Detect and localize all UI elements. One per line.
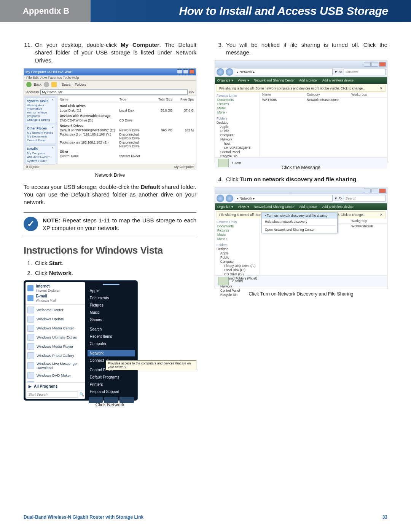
cmd-item[interactable]: Views ▾ <box>238 78 249 82</box>
menu-help[interactable]: Help about network discovery <box>262 219 337 225</box>
cmd-item[interactable]: Organize ▾ <box>217 205 233 209</box>
note-box: ✓ NOTE: Repeat steps 1-11 to map the USB… <box>24 212 196 236</box>
close-icon[interactable]: ✕ <box>380 86 383 90</box>
tree-node[interactable]: Control Panel <box>220 150 258 154</box>
start-item[interactable]: Windows Photo Gallery <box>27 351 83 360</box>
start-item[interactable]: Windows Ultimate Extras <box>27 333 83 342</box>
fav-link[interactable]: Pictures <box>217 102 258 106</box>
xp-toolbar[interactable]: Back Search Folders <box>24 81 196 89</box>
start-right-printers[interactable]: Printers <box>88 381 135 388</box>
cmd-item[interactable]: Add a printer <box>299 78 318 82</box>
drive-row[interactable]: Default on 'WRT600N(WRT600N)' (E:)Networ… <box>60 128 194 132</box>
start-right-search[interactable]: Search <box>88 326 135 332</box>
tree-node[interactable]: Local Disk (C:) <box>224 268 258 272</box>
fav-link[interactable]: Music <box>217 106 258 110</box>
close-icon[interactable]: ✕ <box>380 213 383 217</box>
go-button[interactable]: Go <box>189 90 194 94</box>
pinned-email[interactable]: E-mailWindows Mail <box>27 293 83 303</box>
breadcrumb[interactable]: ▸ Network ▸ <box>235 195 333 202</box>
tree-node[interactable]: Desktop <box>217 121 258 125</box>
figure-network-drive: My Computer ASHAOKA-WXP File Edit View F… <box>24 68 196 170</box>
start-right-network[interactable]: Network <box>88 350 135 356</box>
start-item[interactable]: Windows Media Center <box>27 324 83 333</box>
start-right-games[interactable]: Games <box>88 316 135 323</box>
power-buttons[interactable] <box>88 396 135 404</box>
fav-link[interactable]: Music <box>217 233 258 236</box>
vista-navbar[interactable]: ▸ Network ▸ ▼↻ wrt600n <box>215 68 387 77</box>
start-item[interactable]: Welcome Center <box>27 305 83 315</box>
xp-file-list: NameTypeTotal SizeFree Spa Hard Disk Dri… <box>57 96 196 164</box>
up-icon[interactable] <box>51 82 57 87</box>
drive-row[interactable]: Local Disk (C:)Local Disk55.8 GB37.6 G <box>60 109 194 112</box>
tree-node[interactable]: Floppy Disk Drive (A:) <box>224 264 258 268</box>
all-programs[interactable]: ▶All Programs <box>25 382 85 390</box>
start-right-pictures[interactable]: Pictures <box>88 302 135 308</box>
back-icon[interactable] <box>217 195 224 202</box>
breadcrumb[interactable]: ▸ Network ▸ <box>235 69 333 75</box>
fav-link[interactable]: Pictures <box>217 228 258 232</box>
start-search-input[interactable] <box>27 391 78 398</box>
drive-row[interactable]: Control PanelSystem Folder <box>60 154 194 158</box>
list-item[interactable]: WRT600NNetwork Infrastructure <box>260 97 387 102</box>
tree-node[interactable]: Computer <box>220 260 258 264</box>
cmd-item[interactable]: Add a printer <box>299 205 318 209</box>
fav-link[interactable]: Documents <box>217 224 258 228</box>
start-right-help-and-support[interactable]: Help and Support <box>88 388 135 395</box>
cmd-item[interactable]: Add a wireless device <box>322 205 354 209</box>
info-bar[interactable]: File sharing is turned off. Some network… <box>217 85 386 92</box>
start-right-apple[interactable]: Apple <box>88 288 135 294</box>
window-buttons[interactable] <box>176 69 194 75</box>
drive-row[interactable]: Public disk on '192.168.1.102' (Z:)Disco… <box>60 141 194 148</box>
menu-turn-on[interactable]: Turn on network discovery and file shari… <box>262 212 337 219</box>
back-icon[interactable] <box>26 82 32 87</box>
xp-titlebar: My Computer ASHAOKA-WXP <box>24 69 196 75</box>
cmd-item[interactable]: Organize ▾ <box>217 78 233 82</box>
cmd-item[interactable]: Network and Sharing Center <box>254 205 295 209</box>
drive-row[interactable]: DVD/CD-RW Drive (D:)CD Drive <box>60 118 194 122</box>
forward-icon[interactable] <box>226 195 233 202</box>
tree-node[interactable]: Public <box>220 129 258 133</box>
forward-icon[interactable] <box>44 82 49 87</box>
cmd-item[interactable]: Views ▾ <box>238 205 249 209</box>
fav-link[interactable]: More » <box>217 237 258 241</box>
xp-addressbar[interactable]: Address Go <box>24 89 196 96</box>
tree-node[interactable]: Network <box>220 137 258 141</box>
tree-node[interactable]: CD Drive (D:) <box>224 272 258 276</box>
search-input[interactable]: wrt600n <box>344 69 386 75</box>
tree-node[interactable]: Public <box>220 256 258 259</box>
start-right-documents[interactable]: Documents <box>88 295 135 301</box>
start-item[interactable]: Windows Live Messenger Download <box>27 360 83 371</box>
window-buttons[interactable] <box>215 187 387 194</box>
tree-node[interactable]: host <box>224 142 258 145</box>
window-buttons[interactable] <box>215 61 387 68</box>
start-item[interactable]: Windows Update <box>27 315 83 324</box>
drive-row[interactable]: Public disk 2 on '192.168.1.108' (Y:)Dis… <box>60 133 194 140</box>
cmd-item[interactable]: Network and Sharing Center <box>254 78 295 82</box>
start-right-default-programs[interactable]: Default Programs <box>88 374 135 380</box>
fav-link[interactable]: More » <box>217 110 258 114</box>
start-item[interactable]: Windows Media Player <box>27 342 83 351</box>
xp-menubar[interactable]: File Edit View Favorites Tools Help <box>24 75 196 81</box>
command-bar[interactable]: Organize ▾Views ▾Network and Sharing Cen… <box>215 203 387 210</box>
cmd-item[interactable]: Add a wireless device <box>322 78 354 82</box>
menu-open-center[interactable]: Open Network and Sharing Center <box>262 227 337 233</box>
tree-node[interactable]: Recycle Bin <box>220 154 258 158</box>
start-right-music[interactable]: Music <box>88 309 135 316</box>
start-right-recent-items[interactable]: Recent Items <box>88 333 135 340</box>
back-icon[interactable] <box>217 68 224 76</box>
pinned-internet[interactable]: InternetInternet Explorer <box>27 283 83 293</box>
start-item[interactable]: Windows DVD Maker <box>27 371 83 380</box>
forward-icon[interactable] <box>226 68 233 76</box>
tree-node[interactable]: Desktop <box>217 247 258 251</box>
address-input[interactable] <box>40 89 188 95</box>
tree-node[interactable]: Computer <box>220 133 258 137</box>
search-input[interactable]: Search <box>344 195 386 202</box>
tree-node[interactable]: Apple <box>220 125 258 129</box>
tree-node[interactable]: Apple <box>220 251 258 255</box>
user-picture[interactable] <box>103 284 119 285</box>
command-bar[interactable]: Organize ▾Views ▾Network and Sharing Cen… <box>215 77 387 84</box>
tree-node[interactable]: LH-V0RZD8Q3HTI <box>224 146 258 150</box>
start-right-computer[interactable]: Computer <box>88 340 135 347</box>
vista-navbar[interactable]: ▸ Network ▸ ▼↻ Search <box>215 194 387 203</box>
fav-link[interactable]: Documents <box>217 98 258 102</box>
